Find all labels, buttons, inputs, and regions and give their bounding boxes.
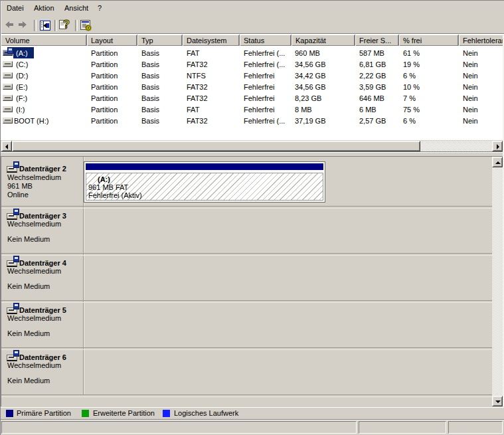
svg-text:?: ? [63,18,70,31]
